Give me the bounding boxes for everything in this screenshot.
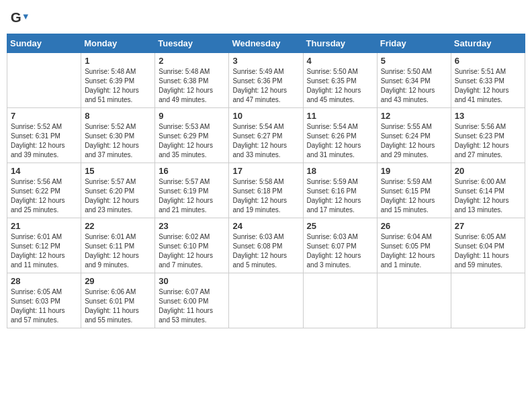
- day-info: Sunrise: 5:57 AM Sunset: 6:20 PM Dayligh…: [85, 177, 151, 215]
- weekday-header-saturday: Saturday: [451, 34, 525, 53]
- day-number: 4: [307, 56, 373, 66]
- weekday-header-friday: Friday: [377, 34, 451, 53]
- weekday-header-tuesday: Tuesday: [155, 34, 229, 53]
- day-info: Sunrise: 5:56 AM Sunset: 6:23 PM Dayligh…: [455, 122, 521, 160]
- day-info: Sunrise: 6:05 AM Sunset: 6:04 PM Dayligh…: [455, 232, 521, 270]
- day-info: Sunrise: 5:54 AM Sunset: 6:27 PM Dayligh…: [232, 122, 299, 160]
- day-info: Sunrise: 6:03 AM Sunset: 6:07 PM Dayligh…: [307, 232, 373, 270]
- calendar-table: SundayMondayTuesdayWednesdayThursdayFrid…: [7, 34, 525, 328]
- day-cell: 29Sunrise: 6:06 AM Sunset: 6:01 PM Dayli…: [81, 273, 155, 328]
- day-cell: [229, 273, 303, 328]
- logo: G: [9, 9, 31, 28]
- day-info: Sunrise: 6:07 AM Sunset: 6:00 PM Dayligh…: [159, 287, 225, 325]
- svg-marker-1: [24, 14, 28, 19]
- day-cell: 30Sunrise: 6:07 AM Sunset: 6:00 PM Dayli…: [155, 273, 229, 328]
- day-info: Sunrise: 5:48 AM Sunset: 6:38 PM Dayligh…: [159, 67, 225, 105]
- day-info: Sunrise: 5:59 AM Sunset: 6:15 PM Dayligh…: [381, 177, 447, 215]
- day-number: 20: [455, 166, 521, 176]
- day-cell: 25Sunrise: 6:03 AM Sunset: 6:07 PM Dayli…: [303, 218, 377, 273]
- day-cell: 28Sunrise: 6:05 AM Sunset: 6:03 PM Dayli…: [7, 273, 81, 328]
- day-info: Sunrise: 6:04 AM Sunset: 6:05 PM Dayligh…: [381, 232, 447, 270]
- day-number: 8: [85, 111, 151, 121]
- day-number: 21: [11, 221, 77, 231]
- day-cell: 12Sunrise: 5:55 AM Sunset: 6:24 PM Dayli…: [377, 108, 451, 163]
- day-cell: 17Sunrise: 5:58 AM Sunset: 6:18 PM Dayli…: [229, 163, 303, 218]
- day-info: Sunrise: 5:54 AM Sunset: 6:26 PM Dayligh…: [307, 122, 373, 160]
- day-number: 27: [455, 221, 521, 231]
- day-info: Sunrise: 5:52 AM Sunset: 6:30 PM Dayligh…: [85, 122, 151, 160]
- week-row-5: 28Sunrise: 6:05 AM Sunset: 6:03 PM Dayli…: [7, 273, 525, 328]
- day-number: 5: [381, 56, 447, 66]
- day-number: 25: [307, 221, 373, 231]
- page-header: G: [7, 7, 525, 28]
- day-number: 9: [159, 111, 225, 121]
- day-cell: 18Sunrise: 5:59 AM Sunset: 6:16 PM Dayli…: [303, 163, 377, 218]
- day-info: Sunrise: 5:55 AM Sunset: 6:24 PM Dayligh…: [381, 122, 447, 160]
- day-cell: 15Sunrise: 5:57 AM Sunset: 6:20 PM Dayli…: [81, 163, 155, 218]
- day-info: Sunrise: 5:50 AM Sunset: 6:34 PM Dayligh…: [381, 67, 447, 105]
- day-cell: 24Sunrise: 6:03 AM Sunset: 6:08 PM Dayli…: [229, 218, 303, 273]
- week-row-3: 14Sunrise: 5:56 AM Sunset: 6:22 PM Dayli…: [7, 163, 525, 218]
- weekday-header-thursday: Thursday: [303, 34, 377, 53]
- day-number: 15: [85, 166, 151, 176]
- day-info: Sunrise: 5:50 AM Sunset: 6:35 PM Dayligh…: [307, 67, 373, 105]
- day-info: Sunrise: 5:48 AM Sunset: 6:39 PM Dayligh…: [85, 67, 151, 105]
- day-cell: 5Sunrise: 5:50 AM Sunset: 6:34 PM Daylig…: [377, 53, 451, 108]
- day-info: Sunrise: 5:51 AM Sunset: 6:33 PM Dayligh…: [455, 67, 521, 105]
- day-number: 1: [85, 56, 151, 66]
- day-number: 2: [159, 56, 225, 66]
- day-cell: 16Sunrise: 5:57 AM Sunset: 6:19 PM Dayli…: [155, 163, 229, 218]
- weekday-header-sunday: Sunday: [7, 34, 81, 53]
- day-cell: 27Sunrise: 6:05 AM Sunset: 6:04 PM Dayli…: [451, 218, 525, 273]
- weekday-header-row: SundayMondayTuesdayWednesdayThursdayFrid…: [7, 34, 525, 53]
- day-cell: 3Sunrise: 5:49 AM Sunset: 6:36 PM Daylig…: [229, 53, 303, 108]
- day-number: 3: [232, 56, 299, 66]
- day-number: 17: [232, 166, 299, 176]
- day-cell: 23Sunrise: 6:02 AM Sunset: 6:10 PM Dayli…: [155, 218, 229, 273]
- day-cell: 9Sunrise: 5:53 AM Sunset: 6:29 PM Daylig…: [155, 108, 229, 163]
- day-number: 6: [455, 56, 521, 66]
- day-info: Sunrise: 5:58 AM Sunset: 6:18 PM Dayligh…: [232, 177, 299, 215]
- day-cell: [303, 273, 377, 328]
- day-info: Sunrise: 5:56 AM Sunset: 6:22 PM Dayligh…: [11, 177, 77, 215]
- day-number: 28: [11, 276, 77, 286]
- day-cell: 7Sunrise: 5:52 AM Sunset: 6:31 PM Daylig…: [7, 108, 81, 163]
- day-cell: 1Sunrise: 5:48 AM Sunset: 6:39 PM Daylig…: [81, 53, 155, 108]
- day-info: Sunrise: 5:57 AM Sunset: 6:19 PM Dayligh…: [159, 177, 225, 215]
- day-cell: 13Sunrise: 5:56 AM Sunset: 6:23 PM Dayli…: [451, 108, 525, 163]
- day-cell: [377, 273, 451, 328]
- day-cell: 22Sunrise: 6:01 AM Sunset: 6:11 PM Dayli…: [81, 218, 155, 273]
- weekday-header-monday: Monday: [81, 34, 155, 53]
- day-cell: 26Sunrise: 6:04 AM Sunset: 6:05 PM Dayli…: [377, 218, 451, 273]
- day-info: Sunrise: 5:59 AM Sunset: 6:16 PM Dayligh…: [307, 177, 373, 215]
- day-number: 29: [85, 276, 151, 286]
- day-number: 12: [381, 111, 447, 121]
- day-number: 14: [11, 166, 77, 176]
- day-number: 7: [11, 111, 77, 121]
- week-row-4: 21Sunrise: 6:01 AM Sunset: 6:12 PM Dayli…: [7, 218, 525, 273]
- day-info: Sunrise: 5:53 AM Sunset: 6:29 PM Dayligh…: [159, 122, 225, 160]
- svg-text:G: G: [11, 9, 21, 25]
- day-cell: [451, 273, 525, 328]
- week-row-1: 1Sunrise: 5:48 AM Sunset: 6:39 PM Daylig…: [7, 53, 525, 108]
- day-number: 23: [159, 221, 225, 231]
- day-cell: 8Sunrise: 5:52 AM Sunset: 6:30 PM Daylig…: [81, 108, 155, 163]
- day-cell: 14Sunrise: 5:56 AM Sunset: 6:22 PM Dayli…: [7, 163, 81, 218]
- day-info: Sunrise: 6:06 AM Sunset: 6:01 PM Dayligh…: [85, 287, 151, 325]
- day-cell: 19Sunrise: 5:59 AM Sunset: 6:15 PM Dayli…: [377, 163, 451, 218]
- day-number: 30: [159, 276, 225, 286]
- day-info: Sunrise: 6:02 AM Sunset: 6:10 PM Dayligh…: [159, 232, 225, 270]
- day-cell: 11Sunrise: 5:54 AM Sunset: 6:26 PM Dayli…: [303, 108, 377, 163]
- day-info: Sunrise: 5:49 AM Sunset: 6:36 PM Dayligh…: [232, 67, 299, 105]
- day-cell: 4Sunrise: 5:50 AM Sunset: 6:35 PM Daylig…: [303, 53, 377, 108]
- day-number: 22: [85, 221, 151, 231]
- day-info: Sunrise: 6:01 AM Sunset: 6:12 PM Dayligh…: [11, 232, 77, 270]
- day-number: 18: [307, 166, 373, 176]
- day-info: Sunrise: 6:01 AM Sunset: 6:11 PM Dayligh…: [85, 232, 151, 270]
- day-info: Sunrise: 6:03 AM Sunset: 6:08 PM Dayligh…: [232, 232, 299, 270]
- day-number: 24: [232, 221, 299, 231]
- day-cell: 20Sunrise: 6:00 AM Sunset: 6:14 PM Dayli…: [451, 163, 525, 218]
- day-info: Sunrise: 6:05 AM Sunset: 6:03 PM Dayligh…: [11, 287, 77, 325]
- day-number: 11: [307, 111, 373, 121]
- week-row-2: 7Sunrise: 5:52 AM Sunset: 6:31 PM Daylig…: [7, 108, 525, 163]
